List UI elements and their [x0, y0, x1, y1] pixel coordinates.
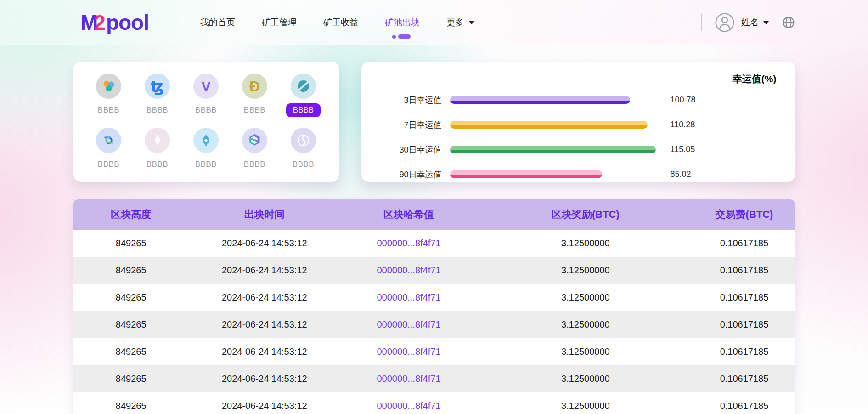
tx-fee-cell: 0.10617185 — [694, 265, 795, 276]
coin-label: BBBB — [147, 106, 168, 115]
tx-fee-cell: 0.10617185 — [694, 401, 795, 411]
coin-item-decred[interactable]: BBBB — [85, 126, 133, 178]
table-body: 8492652024-06-24 14:53:12000000...8f4f71… — [73, 230, 795, 414]
block-hash-link[interactable]: 000000...8f4f71 — [340, 346, 477, 357]
nav-item-3[interactable]: 矿池出块 — [385, 12, 420, 33]
col-block-hash: 区块哈希值 — [340, 208, 477, 221]
coin-item-bitshares[interactable]: BBBB — [182, 126, 231, 178]
tx-fee-cell: 0.10617185 — [694, 346, 795, 357]
nav-item-1[interactable]: 矿工管理 — [262, 12, 297, 33]
block-hash-link[interactable]: 000000...8f4f71 — [340, 238, 477, 249]
top-nav-bar: M2pool 我的首页矿工管理矿工收益矿池出块更多 姓名 — [0, 0, 868, 45]
page: M2pool 我的首页矿工管理矿工收益矿池出块更多 姓名 BBBBꜩBBBBVB… — [0, 0, 868, 414]
table-row: 8492652024-06-24 14:53:12000000...8f4f71… — [73, 284, 795, 311]
coin-label: BBBB — [98, 160, 119, 169]
luck-chart-title: 幸运值(%) — [375, 69, 781, 85]
user-menu-caret-icon[interactable] — [763, 21, 769, 24]
coin-item-nem[interactable]: BBBB — [85, 72, 133, 126]
coin-item-lisk[interactable]: BBBB — [133, 126, 182, 178]
luck-bar — [450, 170, 603, 178]
block-height-cell: 849265 — [73, 319, 189, 330]
tx-fee-cell: 0.10617185 — [694, 319, 795, 330]
swirl-coin-icon — [291, 128, 316, 153]
user-area: 姓名 — [701, 12, 795, 33]
luck-bar-label: 90日幸运值 — [375, 169, 442, 180]
scube-coin-icon — [242, 128, 267, 153]
luck-bar-row-1: 7日幸运值110.28 — [375, 114, 781, 135]
block-reward-cell: 3.12500000 — [477, 346, 693, 357]
coin-item-ontology[interactable]: BBBB — [279, 72, 328, 126]
luck-bar-track — [450, 146, 661, 153]
block-time-cell: 2024-06-24 14:53:12 — [189, 374, 340, 384]
table-row: 8492652024-06-24 14:53:12000000...8f4f71… — [73, 230, 795, 257]
coin-label: BBBB — [244, 106, 265, 115]
block-reward-cell: 3.12500000 — [477, 401, 693, 411]
nem-coin-icon — [96, 74, 121, 99]
table-row: 8492652024-06-24 14:53:12000000...8f4f71… — [73, 365, 795, 392]
avatar-icon[interactable] — [715, 12, 735, 33]
coin-label: BBBB — [195, 106, 217, 115]
nav-item-label: 矿工管理 — [262, 17, 297, 28]
coin-label: BBBB — [98, 106, 119, 115]
tx-fee-cell: 0.10617185 — [694, 292, 795, 303]
table-header-row: 区块高度 出块时间 区块哈希值 区块奖励(BTC) 交易费(BTC) — [73, 199, 795, 230]
luck-bar-label: 3日幸运值 — [375, 95, 442, 106]
block-time-cell: 2024-06-24 14:53:12 — [189, 401, 340, 411]
selected-coin-badge: BBBB — [286, 103, 321, 117]
block-height-cell: 849265 — [73, 401, 189, 411]
coin-item-swirl[interactable]: BBBB — [279, 126, 328, 178]
col-block-height: 区块高度 — [73, 208, 189, 221]
block-time-cell: 2024-06-24 14:53:12 — [189, 319, 340, 330]
block-time-cell: 2024-06-24 14:53:12 — [189, 292, 340, 303]
luck-bar-track — [450, 121, 661, 129]
block-hash-link[interactable]: 000000...8f4f71 — [340, 319, 477, 330]
coin-label: BBBB — [195, 160, 217, 169]
coin-selector-card: BBBBꜩBBBBVBBBBÐBBBBBBBBBBBBBBBBBBBBBBBBB… — [73, 62, 339, 182]
main-nav: 我的首页矿工管理矿工收益矿池出块更多 — [200, 12, 475, 33]
ontology-coin-icon — [291, 74, 316, 99]
m2pool-logo[interactable]: M2pool — [80, 10, 149, 35]
luck-bar-value: 85.02 — [671, 170, 691, 179]
luck-bar-row-2: 30日幸运值115.05 — [375, 139, 781, 160]
block-reward-cell: 3.12500000 — [477, 292, 693, 303]
block-reward-cell: 3.12500000 — [477, 265, 693, 276]
coin-item-dogecoin[interactable]: ÐBBBB — [231, 72, 279, 126]
tx-fee-cell: 0.10617185 — [694, 374, 795, 384]
block-reward-cell: 3.12500000 — [477, 238, 693, 249]
username[interactable]: 姓名 — [741, 17, 759, 28]
block-height-cell: 849265 — [73, 265, 189, 276]
coin-item-tezos[interactable]: ꜩBBBB — [133, 72, 182, 126]
bitshares-coin-icon — [193, 128, 219, 153]
block-hash-link[interactable]: 000000...8f4f71 — [340, 401, 477, 411]
coin-item-scube[interactable]: BBBB — [231, 126, 279, 178]
vechain-coin-icon: V — [193, 74, 219, 99]
top-cards-row: BBBBꜩBBBBVBBBBÐBBBBBBBBBBBBBBBBBBBBBBBBB… — [73, 62, 795, 182]
logo-part-pool: pool — [106, 11, 149, 34]
header-divider — [701, 14, 702, 31]
luck-bar-value: 115.05 — [671, 145, 695, 154]
luck-bar — [450, 146, 656, 153]
table-row: 8492652024-06-24 14:53:12000000...8f4f71… — [73, 338, 795, 365]
luck-bar-label: 30日幸运值 — [375, 144, 442, 155]
block-hash-link[interactable]: 000000...8f4f71 — [340, 265, 477, 276]
luck-bars: 3日幸运值100.787日幸运值110.2830日幸运值115.0590日幸运值… — [375, 90, 781, 185]
col-block-time: 出块时间 — [189, 208, 340, 221]
nav-item-label: 矿池出块 — [385, 17, 420, 28]
coin-item-vechain[interactable]: VBBBB — [182, 72, 231, 126]
nav-item-0[interactable]: 我的首页 — [200, 12, 235, 33]
block-time-cell: 2024-06-24 14:53:12 — [189, 238, 340, 249]
luck-bar-value: 110.28 — [671, 120, 695, 130]
col-block-reward: 区块奖励(BTC) — [477, 208, 693, 221]
block-height-cell: 849265 — [73, 238, 189, 249]
block-time-cell: 2024-06-24 14:53:12 — [189, 265, 340, 276]
language-globe-icon[interactable] — [782, 16, 795, 29]
luck-chart-card: 幸运值(%) 3日幸运值100.787日幸运值110.2830日幸运值115.0… — [361, 62, 795, 182]
table-row: 8492652024-06-24 14:53:12000000...8f4f71… — [73, 257, 795, 284]
block-hash-link[interactable]: 000000...8f4f71 — [340, 374, 477, 384]
block-hash-link[interactable]: 000000...8f4f71 — [340, 292, 477, 303]
nav-item-2[interactable]: 矿工收益 — [323, 12, 358, 33]
block-time-cell: 2024-06-24 14:53:12 — [189, 346, 340, 357]
nav-item-4[interactable]: 更多 — [446, 12, 475, 33]
luck-bar-row-0: 3日幸运值100.78 — [375, 90, 781, 110]
coin-label: BBBB — [244, 160, 265, 169]
